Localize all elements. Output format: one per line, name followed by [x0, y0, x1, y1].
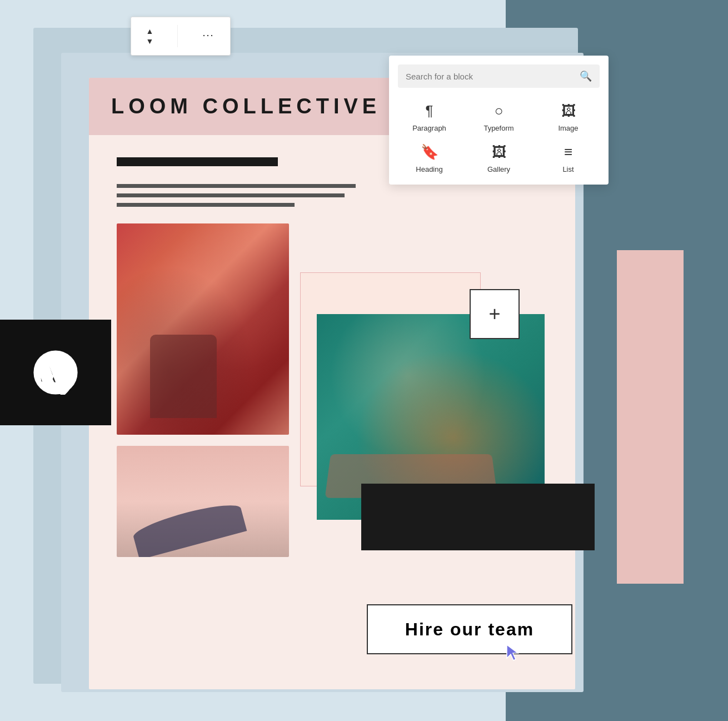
- list-icon: ≡: [564, 143, 572, 161]
- hire-team-button[interactable]: Hire our team: [367, 604, 572, 654]
- block-grid: ¶ Paragraph ○ Typeform 🖼 Image 🔖 Heading…: [389, 97, 609, 185]
- image-icon: 🖼: [561, 102, 576, 120]
- heading-line: [117, 157, 278, 166]
- toolbar-divider: [177, 25, 178, 47]
- search-bar[interactable]: 🔍: [398, 64, 600, 88]
- gallery-icon: 🖼: [492, 143, 506, 161]
- body-line-3: [117, 203, 295, 207]
- block-picker-panel: 🔍 ¶ Paragraph ○ Typeform 🖼 Image 🔖 Headi…: [389, 56, 609, 185]
- block-item-paragraph[interactable]: ¶ Paragraph: [400, 102, 458, 132]
- pink-side-panel: [617, 250, 684, 584]
- block-item-gallery[interactable]: 🖼 Gallery: [470, 143, 528, 173]
- paragraph-icon: ¶: [426, 102, 433, 120]
- block-item-list[interactable]: ≡ List: [539, 143, 597, 173]
- block-item-heading[interactable]: 🔖 Heading: [400, 143, 458, 173]
- dancer-image: [117, 446, 289, 557]
- list-label: List: [562, 165, 574, 173]
- body-line-2: [117, 193, 345, 197]
- mouse-cursor: [506, 644, 521, 665]
- typeform-icon: ○: [495, 102, 503, 120]
- site-title: LOOM COLLECTIVE: [111, 95, 381, 118]
- pink-room-image: [117, 223, 289, 435]
- block-item-typeform[interactable]: ○ Typeform: [470, 102, 528, 132]
- heading-icon: 🔖: [421, 143, 438, 161]
- move-up-button[interactable]: ▲: [146, 27, 154, 35]
- more-options-button[interactable]: ⋮: [196, 24, 221, 48]
- body-line-1: [117, 184, 356, 188]
- block-toolbar: ▲ ▼ ⋮: [131, 17, 231, 56]
- add-icon: +: [488, 302, 500, 326]
- typeform-label: Typeform: [483, 124, 513, 132]
- toolbar-arrows[interactable]: ▲ ▼: [141, 22, 159, 51]
- paragraph-label: Paragraph: [412, 124, 446, 132]
- wordpress-logo: W: [33, 350, 78, 395]
- image-label: Image: [558, 124, 578, 132]
- search-input[interactable]: [406, 72, 574, 81]
- block-item-image[interactable]: 🖼 Image: [539, 102, 597, 132]
- move-down-button[interactable]: ▼: [146, 37, 154, 45]
- search-icon: 🔍: [580, 70, 592, 82]
- svg-text:W: W: [44, 360, 67, 385]
- dark-hire-overlay: [361, 484, 595, 550]
- wordpress-panel: W: [0, 320, 111, 425]
- heading-label: Heading: [416, 165, 442, 173]
- hire-team-label: Hire our team: [405, 619, 534, 640]
- gallery-label: Gallery: [487, 165, 510, 173]
- add-block-button[interactable]: +: [470, 289, 520, 339]
